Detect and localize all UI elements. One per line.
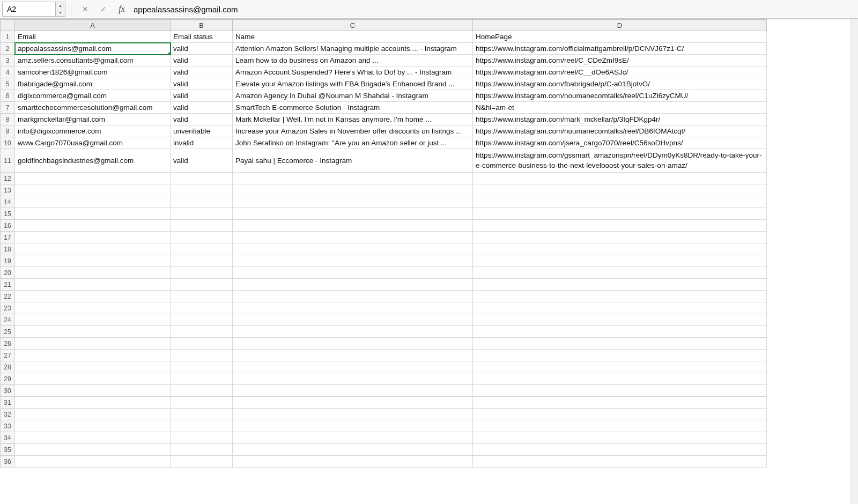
cell-D25[interactable] — [473, 326, 767, 338]
cell-A35[interactable] — [15, 444, 171, 456]
cell-B13[interactable] — [171, 184, 233, 196]
cell-A9[interactable]: info@digixcommerce.com — [15, 125, 171, 137]
cell-A36[interactable] — [15, 456, 171, 468]
cell-C6[interactable]: Amazon Agency in Dubai @Nouman M Shahdai… — [233, 90, 473, 102]
cell-C5[interactable]: Elevate your Amazon listings with FBA Br… — [233, 78, 473, 90]
row-header-24[interactable]: 24 — [0, 314, 15, 326]
cell-C30[interactable] — [233, 385, 473, 397]
row-header-22[interactable]: 22 — [0, 291, 15, 302]
cell-A4[interactable]: samcohen1826@gmail.com — [15, 66, 171, 78]
cell-D8[interactable]: https://www.instagram.com/mark_mckellar/… — [473, 114, 767, 125]
cell-A31[interactable] — [15, 397, 171, 409]
cell-D13[interactable] — [473, 184, 767, 196]
cell-B4[interactable]: valid — [171, 66, 233, 78]
cell-C18[interactable] — [233, 243, 473, 255]
cell-B3[interactable]: valid — [171, 55, 233, 66]
cell-C34[interactable] — [233, 432, 473, 444]
cell-B36[interactable] — [171, 456, 233, 468]
cell-D30[interactable] — [473, 385, 767, 397]
row-header-27[interactable]: 27 — [0, 350, 15, 361]
cell-A14[interactable] — [15, 196, 171, 208]
cell-C24[interactable] — [233, 314, 473, 326]
cell-B8[interactable]: valid — [171, 114, 233, 125]
row-header-21[interactable]: 21 — [0, 279, 15, 291]
cell-D33[interactable] — [473, 420, 767, 432]
cell-B7[interactable]: valid — [171, 102, 233, 114]
cell-A19[interactable] — [15, 255, 171, 267]
cell-C19[interactable] — [233, 255, 473, 267]
row-header-8[interactable]: 8 — [0, 114, 15, 125]
cell-D18[interactable] — [473, 243, 767, 255]
cell-D23[interactable] — [473, 302, 767, 314]
cell-B15[interactable] — [171, 208, 233, 220]
cell-B32[interactable] — [171, 409, 233, 420]
cell-C33[interactable] — [233, 420, 473, 432]
cell-C17[interactable] — [233, 232, 473, 243]
cell-D28[interactable] — [473, 361, 767, 373]
row-header-17[interactable]: 17 — [0, 232, 15, 243]
row-header-25[interactable]: 25 — [0, 326, 15, 338]
cell-C8[interactable]: Mark Mckellar | Well, I'm not in Kansas … — [233, 114, 473, 125]
cell-C20[interactable] — [233, 267, 473, 279]
cell-D20[interactable] — [473, 267, 767, 279]
row-header-9[interactable]: 9 — [0, 125, 15, 137]
cell-C16[interactable] — [233, 220, 473, 232]
cell-A8[interactable]: markgmckellar@gmail.com — [15, 114, 171, 125]
cell-C2[interactable]: Attention Amazon Sellers! Managing multi… — [233, 43, 473, 55]
cell-B2[interactable]: valid — [171, 43, 233, 55]
cell-D4[interactable]: https://www.instagram.com/reel/C__dOe6AS… — [473, 66, 767, 78]
cell-A1[interactable]: Email — [15, 31, 171, 43]
stepper-up-icon[interactable]: ▲ — [56, 2, 65, 9]
cell-A28[interactable] — [15, 361, 171, 373]
row-header-29[interactable]: 29 — [0, 373, 15, 385]
cell-A10[interactable]: www.Cargo7070usa@gmail.com — [15, 137, 171, 149]
cell-B28[interactable] — [171, 361, 233, 373]
cell-C36[interactable] — [233, 456, 473, 468]
cell-A26[interactable] — [15, 338, 171, 350]
row-header-36[interactable]: 36 — [0, 456, 15, 468]
cell-B26[interactable] — [171, 338, 233, 350]
select-all-corner[interactable] — [0, 19, 15, 31]
cell-D16[interactable] — [473, 220, 767, 232]
row-header-3[interactable]: 3 — [0, 55, 15, 66]
cell-D10[interactable]: https://www.instagram.com/jsera_cargo707… — [473, 137, 767, 149]
cell-B5[interactable]: valid — [171, 78, 233, 90]
cell-C23[interactable] — [233, 302, 473, 314]
cell-A7[interactable]: smarttechecommercesolution@gmail.com — [15, 102, 171, 114]
cell-D36[interactable] — [473, 456, 767, 468]
cell-B10[interactable]: invalid — [171, 137, 233, 149]
cell-B31[interactable] — [171, 397, 233, 409]
cell-A34[interactable] — [15, 432, 171, 444]
name-box[interactable]: A2 — [2, 2, 56, 17]
cell-D35[interactable] — [473, 444, 767, 456]
row-header-4[interactable]: 4 — [0, 66, 15, 78]
cell-A2[interactable]: appealassassins@gmail.com — [15, 43, 171, 55]
column-header-C[interactable]: C — [233, 19, 473, 31]
cell-C9[interactable]: Increase your Amazon Sales in November o… — [233, 125, 473, 137]
cell-A15[interactable] — [15, 208, 171, 220]
cell-B6[interactable]: valid — [171, 90, 233, 102]
cell-C12[interactable] — [233, 173, 473, 184]
cell-C4[interactable]: Amazon Account Suspended? Here's What to… — [233, 66, 473, 78]
row-header-34[interactable]: 34 — [0, 432, 15, 444]
row-header-18[interactable]: 18 — [0, 243, 15, 255]
cell-D19[interactable] — [473, 255, 767, 267]
column-header-B[interactable]: B — [171, 19, 233, 31]
cell-D2[interactable]: https://www.instagram.com/officialmattga… — [473, 43, 767, 55]
row-header-33[interactable]: 33 — [0, 420, 15, 432]
row-header-35[interactable]: 35 — [0, 444, 15, 456]
cell-A29[interactable] — [15, 373, 171, 385]
cell-A25[interactable] — [15, 326, 171, 338]
cell-B11[interactable]: valid — [171, 149, 233, 173]
row-header-2[interactable]: 2 — [0, 43, 15, 55]
cell-A18[interactable] — [15, 243, 171, 255]
cell-D6[interactable]: https://www.instagram.com/noumanecomtalk… — [473, 90, 767, 102]
cell-C26[interactable] — [233, 338, 473, 350]
cell-B24[interactable] — [171, 314, 233, 326]
cell-A24[interactable] — [15, 314, 171, 326]
cell-B16[interactable] — [171, 220, 233, 232]
cell-A22[interactable] — [15, 291, 171, 302]
cell-C25[interactable] — [233, 326, 473, 338]
cell-D24[interactable] — [473, 314, 767, 326]
cell-D32[interactable] — [473, 409, 767, 420]
